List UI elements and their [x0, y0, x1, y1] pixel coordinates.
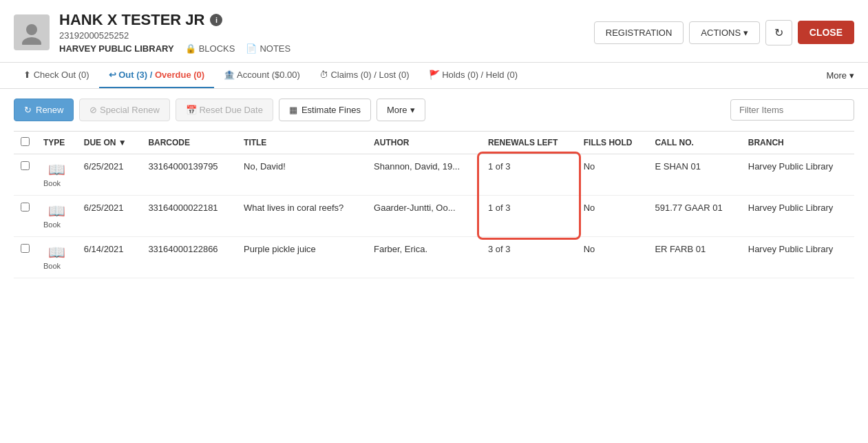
- table-row: 📖 Book 6/25/2021 33164000022181 What liv…: [14, 196, 854, 237]
- book-label: Book: [43, 262, 61, 270]
- row-title: No, David!: [237, 154, 367, 196]
- blocks-link[interactable]: 🔒 BLOCKS: [185, 43, 235, 54]
- row-type: 📖 Book: [36, 196, 77, 237]
- book-label: Book: [43, 220, 61, 229]
- more-button[interactable]: More ▾: [377, 99, 425, 121]
- col-title: TITLE: [237, 132, 367, 154]
- estimate-fines-button[interactable]: ▦ Estimate Fines: [279, 99, 371, 121]
- actions-button[interactable]: ACTIONS ▾: [689, 21, 759, 44]
- patron-barcode: 23192000525252: [59, 30, 290, 41]
- claims-icon: ⏱: [319, 70, 328, 80]
- col-checkbox: [14, 132, 36, 154]
- lock-icon: 🔒: [185, 43, 196, 54]
- account-icon: 🏦: [224, 70, 235, 80]
- row-title: What lives in coral reefs?: [237, 196, 367, 237]
- tabs-more-button[interactable]: More ▾: [826, 63, 854, 87]
- row-barcode: 33164000139795: [141, 154, 237, 196]
- holds-icon: 🚩: [429, 70, 440, 80]
- special-renew-button: ⊘ Special Renew: [79, 99, 169, 121]
- tab-claims[interactable]: ⏱ Claims (0) / Lost (0): [310, 63, 419, 88]
- patron-buttons: REGISTRATION ACTIONS ▾ ↻ CLOSE: [594, 20, 854, 45]
- row-author: Farber, Erica.: [367, 237, 481, 278]
- col-barcode: BARCODE: [141, 132, 237, 154]
- row-checkbox[interactable]: [21, 161, 30, 170]
- row-due-on: 6/25/2021: [77, 154, 142, 196]
- row-title: Purple pickle juice: [237, 237, 367, 278]
- row-checkbox[interactable]: [21, 203, 30, 212]
- items-table: TYPE DUE ON ▼ BARCODE TITLE AUTHOR RENEW…: [14, 131, 854, 278]
- refresh-button[interactable]: ↻: [765, 20, 792, 45]
- notes-link[interactable]: 📄 NOTES: [246, 43, 290, 54]
- tab-account[interactable]: 🏦 Account ($0.00): [214, 63, 310, 88]
- chevron-down-icon: ▾: [743, 28, 748, 38]
- library-name: HARVEY PUBLIC LIBRARY: [59, 43, 174, 54]
- items-table-wrap: TYPE DUE ON ▼ BARCODE TITLE AUTHOR RENEW…: [0, 131, 868, 292]
- renew-button[interactable]: ↻ Renew: [14, 99, 74, 121]
- library-row: HARVEY PUBLIC LIBRARY 🔒 BLOCKS 📄 NOTES: [59, 43, 290, 54]
- col-type: TYPE: [36, 132, 77, 154]
- table-row: 📖 Book 6/14/2021 33164000122866 Purple p…: [14, 237, 854, 278]
- row-due-on: 6/14/2021: [77, 237, 142, 278]
- out-icon: ↩: [109, 70, 116, 80]
- toolbar: ↻ Renew ⊘ Special Renew 📅 Reset Due Date…: [0, 89, 868, 131]
- col-due-on[interactable]: DUE ON ▼: [77, 132, 142, 154]
- patron-name: HANK X TESTER JR i: [59, 11, 290, 29]
- patron-info: HANK X TESTER JR i 23192000525252 HARVEY…: [59, 11, 290, 54]
- book-label: Book: [43, 179, 61, 187]
- chevron-down-icon: ▾: [849, 70, 854, 81]
- row-type: 📖 Book: [36, 154, 77, 196]
- reset-due-date-button: 📅 Reset Due Date: [176, 99, 273, 121]
- row-fills-hold: No: [577, 154, 648, 196]
- book-icon: 📖: [43, 244, 70, 260]
- row-barcode: 33164000122866: [141, 237, 237, 278]
- row-branch: Harvey Public Library: [741, 154, 854, 196]
- row-branch: Harvey Public Library: [741, 196, 854, 237]
- select-all-checkbox[interactable]: [21, 137, 30, 146]
- row-barcode: 33164000022181: [141, 196, 237, 237]
- col-fills-hold: FILLS HOLD: [577, 132, 648, 154]
- special-renew-icon: ⊘: [89, 105, 97, 115]
- row-renewals-left: 1 of 3: [481, 196, 577, 237]
- info-icon[interactable]: i: [210, 14, 222, 26]
- book-icon: 📖: [43, 203, 70, 219]
- row-author: Gaarder-Juntti, Oo...: [367, 196, 481, 237]
- col-renewals-left: RENEWALS LEFT: [481, 132, 577, 154]
- row-type: 📖 Book: [36, 237, 77, 278]
- col-branch: BRANCH: [741, 132, 854, 154]
- refresh-icon: ↻: [774, 27, 783, 39]
- row-checkbox-cell: [14, 237, 36, 278]
- tab-out-overdue[interactable]: ↩ Out (3) / Overdue (0): [99, 63, 215, 88]
- checkout-icon: ⬆: [23, 70, 31, 80]
- row-fills-hold: No: [577, 196, 648, 237]
- avatar: [14, 14, 50, 50]
- filter-input[interactable]: [730, 99, 854, 121]
- tab-holds[interactable]: 🚩 Holds (0) / Held (0): [419, 63, 527, 88]
- row-checkbox-cell: [14, 154, 36, 196]
- tab-checkout[interactable]: ⬆ Check Out (0): [14, 63, 99, 88]
- col-author: AUTHOR: [367, 132, 481, 154]
- table-row: 📖 Book 6/25/2021 33164000139795 No, Davi…: [14, 154, 854, 196]
- row-checkbox-cell: [14, 196, 36, 237]
- col-call-no: CALL NO.: [648, 132, 741, 154]
- row-call-no: E SHAN 01: [648, 154, 741, 196]
- row-renewals-left: 1 of 3: [481, 154, 577, 196]
- table-header-row: TYPE DUE ON ▼ BARCODE TITLE AUTHOR RENEW…: [14, 132, 854, 154]
- row-renewals-left: 3 of 3: [481, 237, 577, 278]
- svg-point-0: [26, 24, 37, 35]
- fines-icon: ▦: [289, 105, 297, 115]
- notes-icon: 📄: [246, 43, 257, 54]
- row-due-on: 6/25/2021: [77, 196, 142, 237]
- calendar-icon: 📅: [186, 105, 197, 115]
- row-fills-hold: No: [577, 237, 648, 278]
- patron-left: HANK X TESTER JR i 23192000525252 HARVEY…: [14, 11, 290, 54]
- registration-button[interactable]: REGISTRATION: [594, 21, 684, 44]
- renew-icon: ↻: [24, 105, 32, 115]
- svg-point-1: [22, 37, 41, 45]
- patron-header: HANK X TESTER JR i 23192000525252 HARVEY…: [0, 0, 868, 63]
- row-branch: Harvey Public Library: [741, 237, 854, 278]
- row-author: Shannon, David, 19...: [367, 154, 481, 196]
- row-call-no: 591.77 GAAR 01: [648, 196, 741, 237]
- close-button[interactable]: CLOSE: [798, 21, 854, 44]
- book-icon: 📖: [43, 161, 70, 178]
- row-checkbox[interactable]: [21, 244, 30, 253]
